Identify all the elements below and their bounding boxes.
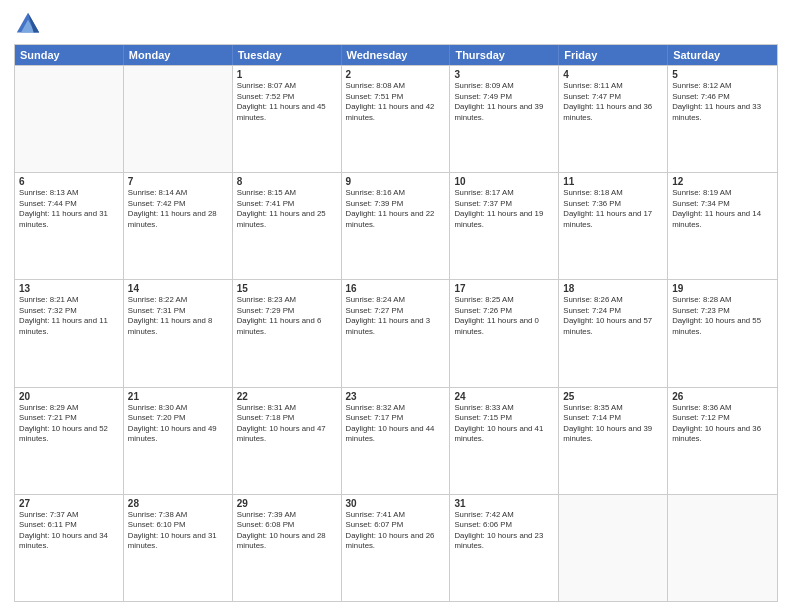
logo-icon xyxy=(14,10,42,38)
sunset-text: Sunset: 7:18 PM xyxy=(237,413,337,424)
sunset-text: Sunset: 7:44 PM xyxy=(19,199,119,210)
daylight-text: Daylight: 10 hours and 23 minutes. xyxy=(454,531,554,552)
day-number: 12 xyxy=(672,176,773,187)
sunrise-text: Sunrise: 8:26 AM xyxy=(563,295,663,306)
sunset-text: Sunset: 7:31 PM xyxy=(128,306,228,317)
daylight-text: Daylight: 10 hours and 41 minutes. xyxy=(454,424,554,445)
daylight-text: Daylight: 11 hours and 39 minutes. xyxy=(454,102,554,123)
calendar-cell-12: 12Sunrise: 8:19 AMSunset: 7:34 PMDayligh… xyxy=(668,173,777,279)
calendar-cell-6: 6Sunrise: 8:13 AMSunset: 7:44 PMDaylight… xyxy=(15,173,124,279)
daylight-text: Daylight: 10 hours and 55 minutes. xyxy=(672,316,773,337)
daylight-text: Daylight: 10 hours and 44 minutes. xyxy=(346,424,446,445)
daylight-text: Daylight: 11 hours and 0 minutes. xyxy=(454,316,554,337)
daylight-text: Daylight: 11 hours and 8 minutes. xyxy=(128,316,228,337)
sunrise-text: Sunrise: 8:33 AM xyxy=(454,403,554,414)
sunrise-text: Sunrise: 8:25 AM xyxy=(454,295,554,306)
calendar-cell-29: 29Sunrise: 7:39 AMSunset: 6:08 PMDayligh… xyxy=(233,495,342,601)
day-number: 8 xyxy=(237,176,337,187)
calendar-cell-26: 26Sunrise: 8:36 AMSunset: 7:12 PMDayligh… xyxy=(668,388,777,494)
calendar-week-3: 13Sunrise: 8:21 AMSunset: 7:32 PMDayligh… xyxy=(15,279,777,386)
calendar-weekday-thursday: Thursday xyxy=(450,45,559,65)
calendar-cell-19: 19Sunrise: 8:28 AMSunset: 7:23 PMDayligh… xyxy=(668,280,777,386)
sunrise-text: Sunrise: 7:39 AM xyxy=(237,510,337,521)
day-number: 18 xyxy=(563,283,663,294)
calendar-cell-24: 24Sunrise: 8:33 AMSunset: 7:15 PMDayligh… xyxy=(450,388,559,494)
day-number: 24 xyxy=(454,391,554,402)
sunset-text: Sunset: 7:36 PM xyxy=(563,199,663,210)
day-number: 5 xyxy=(672,69,773,80)
sunset-text: Sunset: 7:20 PM xyxy=(128,413,228,424)
day-number: 11 xyxy=(563,176,663,187)
daylight-text: Daylight: 10 hours and 49 minutes. xyxy=(128,424,228,445)
daylight-text: Daylight: 11 hours and 36 minutes. xyxy=(563,102,663,123)
logo xyxy=(14,10,46,38)
day-number: 23 xyxy=(346,391,446,402)
sunrise-text: Sunrise: 8:18 AM xyxy=(563,188,663,199)
calendar-cell-3: 3Sunrise: 8:09 AMSunset: 7:49 PMDaylight… xyxy=(450,66,559,172)
day-number: 6 xyxy=(19,176,119,187)
daylight-text: Daylight: 11 hours and 3 minutes. xyxy=(346,316,446,337)
day-number: 20 xyxy=(19,391,119,402)
calendar-cell-empty xyxy=(559,495,668,601)
day-number: 15 xyxy=(237,283,337,294)
sunrise-text: Sunrise: 8:24 AM xyxy=(346,295,446,306)
calendar-weekday-monday: Monday xyxy=(124,45,233,65)
sunset-text: Sunset: 6:07 PM xyxy=(346,520,446,531)
calendar-cell-11: 11Sunrise: 8:18 AMSunset: 7:36 PMDayligh… xyxy=(559,173,668,279)
calendar-cell-14: 14Sunrise: 8:22 AMSunset: 7:31 PMDayligh… xyxy=(124,280,233,386)
calendar-cell-20: 20Sunrise: 8:29 AMSunset: 7:21 PMDayligh… xyxy=(15,388,124,494)
daylight-text: Daylight: 10 hours and 47 minutes. xyxy=(237,424,337,445)
calendar-cell-5: 5Sunrise: 8:12 AMSunset: 7:46 PMDaylight… xyxy=(668,66,777,172)
sunset-text: Sunset: 6:08 PM xyxy=(237,520,337,531)
day-number: 28 xyxy=(128,498,228,509)
daylight-text: Daylight: 11 hours and 22 minutes. xyxy=(346,209,446,230)
calendar-cell-9: 9Sunrise: 8:16 AMSunset: 7:39 PMDaylight… xyxy=(342,173,451,279)
day-number: 21 xyxy=(128,391,228,402)
daylight-text: Daylight: 11 hours and 19 minutes. xyxy=(454,209,554,230)
sunset-text: Sunset: 7:49 PM xyxy=(454,92,554,103)
calendar-cell-4: 4Sunrise: 8:11 AMSunset: 7:47 PMDaylight… xyxy=(559,66,668,172)
daylight-text: Daylight: 10 hours and 52 minutes. xyxy=(19,424,119,445)
sunset-text: Sunset: 7:34 PM xyxy=(672,199,773,210)
daylight-text: Daylight: 10 hours and 39 minutes. xyxy=(563,424,663,445)
calendar-cell-23: 23Sunrise: 8:32 AMSunset: 7:17 PMDayligh… xyxy=(342,388,451,494)
daylight-text: Daylight: 10 hours and 34 minutes. xyxy=(19,531,119,552)
sunset-text: Sunset: 7:15 PM xyxy=(454,413,554,424)
calendar-cell-8: 8Sunrise: 8:15 AMSunset: 7:41 PMDaylight… xyxy=(233,173,342,279)
calendar-cell-25: 25Sunrise: 8:35 AMSunset: 7:14 PMDayligh… xyxy=(559,388,668,494)
day-number: 31 xyxy=(454,498,554,509)
calendar-weekday-wednesday: Wednesday xyxy=(342,45,451,65)
sunset-text: Sunset: 7:46 PM xyxy=(672,92,773,103)
daylight-text: Daylight: 11 hours and 28 minutes. xyxy=(128,209,228,230)
sunset-text: Sunset: 7:23 PM xyxy=(672,306,773,317)
day-number: 29 xyxy=(237,498,337,509)
sunrise-text: Sunrise: 7:42 AM xyxy=(454,510,554,521)
calendar-cell-empty xyxy=(15,66,124,172)
sunset-text: Sunset: 7:24 PM xyxy=(563,306,663,317)
daylight-text: Daylight: 11 hours and 33 minutes. xyxy=(672,102,773,123)
calendar-cell-empty xyxy=(668,495,777,601)
calendar-weekday-saturday: Saturday xyxy=(668,45,777,65)
daylight-text: Daylight: 11 hours and 45 minutes. xyxy=(237,102,337,123)
calendar-weekday-tuesday: Tuesday xyxy=(233,45,342,65)
daylight-text: Daylight: 11 hours and 25 minutes. xyxy=(237,209,337,230)
calendar-week-1: 1Sunrise: 8:07 AMSunset: 7:52 PMDaylight… xyxy=(15,65,777,172)
calendar-cell-27: 27Sunrise: 7:37 AMSunset: 6:11 PMDayligh… xyxy=(15,495,124,601)
daylight-text: Daylight: 11 hours and 6 minutes. xyxy=(237,316,337,337)
calendar-cell-22: 22Sunrise: 8:31 AMSunset: 7:18 PMDayligh… xyxy=(233,388,342,494)
day-number: 2 xyxy=(346,69,446,80)
sunrise-text: Sunrise: 8:31 AM xyxy=(237,403,337,414)
day-number: 19 xyxy=(672,283,773,294)
sunrise-text: Sunrise: 8:13 AM xyxy=(19,188,119,199)
day-number: 17 xyxy=(454,283,554,294)
sunrise-text: Sunrise: 8:29 AM xyxy=(19,403,119,414)
sunrise-text: Sunrise: 8:17 AM xyxy=(454,188,554,199)
calendar-cell-16: 16Sunrise: 8:24 AMSunset: 7:27 PMDayligh… xyxy=(342,280,451,386)
sunset-text: Sunset: 7:12 PM xyxy=(672,413,773,424)
day-number: 16 xyxy=(346,283,446,294)
day-number: 30 xyxy=(346,498,446,509)
calendar-weekday-sunday: Sunday xyxy=(15,45,124,65)
sunrise-text: Sunrise: 7:37 AM xyxy=(19,510,119,521)
sunrise-text: Sunrise: 8:16 AM xyxy=(346,188,446,199)
sunset-text: Sunset: 7:52 PM xyxy=(237,92,337,103)
